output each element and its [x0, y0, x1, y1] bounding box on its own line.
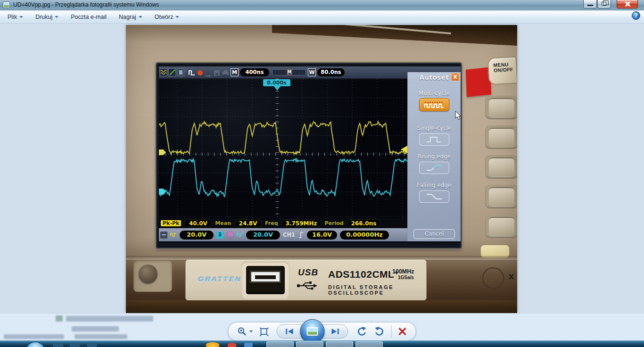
close-icon [625, 1, 630, 7]
photo-of-oscilloscope: M 400ns M W 80.0ns 0.000s [126, 25, 517, 313]
measure-label: Freq [265, 220, 278, 226]
help-button[interactable]: ? [632, 11, 640, 20]
ch1-scale: 20.0V [180, 231, 214, 240]
menu-onoff-line2: ON/OFF [494, 67, 515, 73]
viewer-bottom-bar [0, 313, 644, 340]
actual-size-button[interactable] [259, 327, 269, 336]
menu-plik-label: Plik [8, 14, 17, 20]
brand-logo: GRATTEN [198, 275, 241, 283]
rising-edge-button [419, 162, 449, 174]
taskbar-app-button[interactable] [326, 341, 353, 347]
rotate-cw-button[interactable] [374, 326, 385, 337]
single-cycle-button [419, 133, 449, 146]
menu-nagraj[interactable]: Nagraj [119, 14, 142, 20]
waveforms [159, 79, 407, 218]
horizontal-position-bar: M [272, 69, 306, 75]
knob-marking-circle [482, 267, 504, 289]
main-timebase-label: M [231, 68, 239, 76]
menu-plik[interactable]: Plik [8, 14, 23, 20]
background-window-text [74, 334, 127, 339]
print-icon [222, 69, 229, 78]
menu-otworz[interactable]: Otwórz [155, 14, 180, 20]
taskbar-app-button[interactable] [296, 341, 323, 347]
display-mode-icon [177, 68, 184, 76]
chevron-down-icon [19, 16, 23, 18]
delete-button[interactable] [398, 327, 407, 336]
front-panel-plate: GRATTEN USB ADS1102CML+ 100MHz [185, 259, 427, 301]
window-timebase-value: 80.0ns [317, 68, 345, 76]
start-button[interactable] [25, 342, 45, 347]
softkey-button-1 [485, 96, 517, 119]
falling-edge-label: Falling edge [408, 182, 461, 189]
bandwidth: 100MHz [392, 268, 414, 275]
zoom-button[interactable] [237, 326, 253, 337]
softkey-button-2 [485, 125, 517, 149]
measure-label: Pk-Pk [161, 220, 181, 226]
trigger-pulse-icon [189, 69, 196, 78]
pinned-app-icon[interactable] [70, 343, 80, 347]
menu-drukuj-label: Drukuj [35, 14, 52, 20]
previous-button[interactable] [277, 324, 303, 339]
restore-icon [602, 2, 606, 6]
next-button[interactable] [322, 324, 348, 339]
rising-edge-icon [426, 164, 443, 172]
desk-surface [126, 300, 517, 313]
trigger-level: 16.0V [307, 231, 337, 240]
measure-label: Mean [215, 220, 231, 226]
model-text: ADS1102CML [328, 269, 394, 280]
single-cycle-icon [426, 136, 443, 143]
measure-label: Period [325, 220, 344, 226]
usb-port-recess [241, 262, 289, 299]
channel-bar: ⎓ 20.0V 2 20 20.0V CH1 16.0V 0.00000Hz [159, 228, 407, 241]
measurement-bar: Pk-Pk 40.0V Mean 24.8V Freq 3.759MHz Per… [159, 218, 407, 228]
background-window-text [4, 334, 64, 339]
menu-poczta-email[interactable]: Poczta e-mail [71, 14, 107, 20]
ch2-number-badge: 2 [216, 231, 223, 239]
pinned-app-icon[interactable] [87, 343, 97, 347]
main-timebase-value: 400ns [240, 68, 269, 76]
taskbar-app-button[interactable] [266, 341, 294, 347]
ch2-probe-badge: 20 [226, 231, 234, 239]
menu-poczta-label: Poczta e-mail [71, 14, 107, 20]
background-window-text [66, 316, 153, 322]
slideshow-icon [307, 327, 318, 336]
multi-cycle-label: Multi-cycle [408, 90, 461, 97]
channel-waveform-icon [160, 68, 167, 76]
photo-viewer-toolbar [228, 322, 416, 341]
ch1-ac-icon [170, 232, 177, 237]
menu-onoff-button: MENU ON/OFF [487, 56, 517, 85]
sample-rate: 1GSa/s [398, 275, 414, 280]
taskbar-app-button[interactable] [355, 341, 383, 347]
power-button-recess [133, 260, 172, 292]
power-button [139, 264, 157, 283]
chevron-down-icon [55, 16, 58, 18]
command-bar: Plik Drukuj Poczta e-mail Nagraj Otwórz … [0, 10, 644, 24]
rising-edge-label: Rising edge [408, 153, 461, 160]
app-icon-blue[interactable] [244, 343, 253, 347]
pinned-app-icon[interactable] [53, 343, 63, 347]
usb-port [246, 266, 285, 294]
usb-label: USB [298, 267, 318, 278]
ch2-scale: 20.0V [246, 231, 280, 240]
cursor-mode-icon [168, 68, 176, 76]
measure-value: 266.0ns [347, 219, 381, 227]
photo-viewer-icon [3, 1, 10, 8]
autoset-panel: Autoset X Multi-cycle Single-cycle [407, 72, 461, 241]
softkey-button-4 [485, 185, 517, 208]
falling-edge-button [419, 190, 449, 203]
rotate-ccw-button[interactable] [356, 326, 368, 337]
mouse-cursor [455, 111, 462, 121]
device-type-label: DIGITAL STORAGE OSCILLOSCOPE [328, 284, 426, 296]
firefox-icon[interactable] [206, 342, 219, 347]
autoset-close-button: X [451, 73, 459, 81]
next-icon [330, 328, 340, 335]
multi-cycle-button [419, 98, 449, 111]
app-icon-red[interactable] [228, 343, 236, 347]
panel-x-marking: X [509, 273, 514, 281]
restore-button[interactable] [597, 0, 611, 8]
window-timebase-label: W [308, 68, 316, 76]
minimize-button[interactable] [583, 0, 597, 8]
menu-drukuj[interactable]: Drukuj [35, 14, 58, 20]
close-button[interactable] [617, 0, 638, 8]
usb-trident-icon [296, 279, 319, 291]
